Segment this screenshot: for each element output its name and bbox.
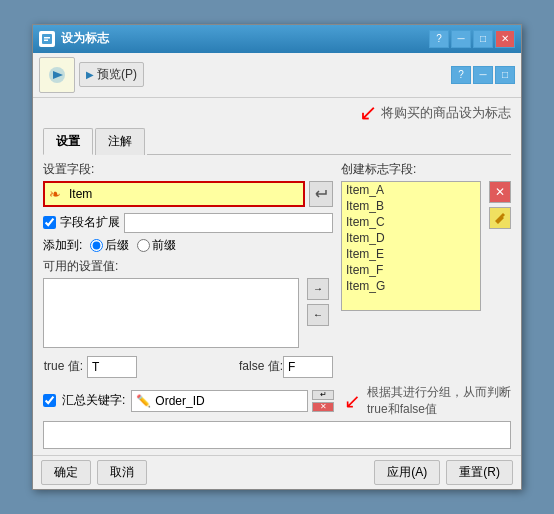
play-icon: ▶ [86,69,94,80]
annotation-top-text: 将购买的商品设为标志 [381,104,511,122]
false-input[interactable] [283,356,333,378]
title-controls: ? ─ □ ✕ [429,30,515,48]
expand-input[interactable] [124,213,333,233]
tab-bar: 设置 注解 [43,128,511,155]
preview-label: 预览(P) [97,66,137,83]
annotation-top-container: ↙ 将购买的商品设为标志 [43,104,511,126]
delete-button[interactable]: ✕ [489,181,511,203]
expand-checkbox[interactable] [43,216,56,229]
summary-checkbox[interactable] [43,394,56,407]
radio-suffix[interactable]: 后缀 [90,237,129,254]
apply-button[interactable]: 应用(A) [374,460,440,485]
false-label: false 值: [239,358,279,375]
content-area: ↙ 将购买的商品设为标志 设置 注解 设置字段: ❧ [33,98,521,456]
list-item[interactable]: Item_C [342,214,480,230]
side-buttons: ✕ [489,181,511,311]
right-panel-header: 创建标志字段: [341,161,511,181]
field-input-container: ❧ [43,181,305,207]
minimize-button[interactable]: ─ [451,30,471,48]
maximize-button[interactable]: □ [473,30,493,48]
available-list[interactable] [43,278,299,348]
summary-row: 汇总关键字: ✏️ Order_ID ↵ ✕ ↙ 根据其进行分组，从而判断tru… [43,384,511,418]
created-list-container: Item_AItem_BItem_CItem_DItem_EItem_FItem… [341,181,511,311]
list-item[interactable]: Item_F [342,262,480,278]
main-window: 设为标志 ? ─ □ ✕ ▶ 预览(P) ? ─ □ ↙ 将购买的商品设为标志 [32,24,522,491]
svg-rect-2 [44,39,48,41]
toolbar-right: ? ─ □ [451,66,515,84]
setup-field-label: 设置字段: [43,161,333,178]
value-row: true 值: false 值: [43,356,333,378]
svg-rect-1 [44,37,50,39]
left-panel: 设置字段: ❧ 字段名扩展 添加到: [43,161,333,378]
radio-prefix[interactable]: 前缀 [137,237,176,254]
add-to-row: 添加到: 后缀 前缀 [43,237,333,254]
true-label: true 值: [43,358,83,375]
tab-setup[interactable]: 设置 [43,128,93,155]
list-item[interactable]: Item_B [342,198,480,214]
list-item[interactable]: Item_G [342,278,480,294]
field-input-row: ❧ [43,181,333,207]
move-right-button[interactable]: → [307,278,329,300]
right-panel: 创建标志字段: Item_AItem_BItem_CItem_DItem_EIt… [341,161,511,378]
arrow-icon-bottom: ↙ [344,389,361,413]
ok-button[interactable]: 确定 [41,460,91,485]
move-left-button[interactable]: ← [307,304,329,326]
radio-group: 后缀 前缀 [90,237,176,254]
toolbar: ▶ 预览(P) ? ─ □ [33,53,521,98]
available-label: 可用的设置值: [43,258,333,275]
summary-input-box: ✏️ Order_ID [131,390,308,412]
main-content: 设置字段: ❧ 字段名扩展 添加到: [43,161,511,378]
toolbar-min-button[interactable]: ─ [473,66,493,84]
summary-label: 汇总关键字: [62,392,125,409]
field-input[interactable] [65,185,303,203]
list-item[interactable]: Item_E [342,246,480,262]
field-icon: ❧ [45,183,65,205]
false-value-container: false 值: [239,356,333,378]
summary-side-btns: ↵ ✕ [312,390,334,412]
tab-comment[interactable]: 注解 [95,128,145,155]
toolbar-help-button[interactable]: ? [451,66,471,84]
list-item[interactable]: Item_A [342,182,480,198]
summary-enter-btn[interactable]: ↵ [312,390,334,400]
list-item[interactable]: Item_D [342,230,480,246]
expand-label: 字段名扩展 [60,214,120,231]
svg-rect-0 [42,34,52,44]
annotation-bottom-text: 根据其进行分组，从而判断true和false值 [367,384,511,418]
toolbar-icon [39,57,75,93]
help-button[interactable]: ? [429,30,449,48]
arrow-buttons: → ← [303,278,333,326]
summary-input-container: ✏️ Order_ID ↵ ✕ [131,390,334,412]
summary-list-area[interactable] [43,421,511,449]
reset-button[interactable]: 重置(R) [446,460,513,485]
preview-button[interactable]: ▶ 预览(P) [79,62,144,87]
available-section: → ← [43,278,333,348]
toolbar-max-button[interactable]: □ [495,66,515,84]
create-field-label: 创建标志字段: [341,161,416,178]
bottom-bar: 确定 取消 应用(A) 重置(R) [33,455,521,489]
created-list[interactable]: Item_AItem_BItem_CItem_DItem_EItem_FItem… [341,181,481,311]
true-input[interactable] [87,356,137,378]
summary-section: 汇总关键字: ✏️ Order_ID ↵ ✕ ↙ 根据其进行分组，从而判断tru… [43,384,511,450]
window-icon [39,31,55,47]
title-bar-left: 设为标志 [39,30,109,47]
add-to-label: 添加到: [43,237,82,254]
close-button[interactable]: ✕ [495,30,515,48]
title-bar: 设为标志 ? ─ □ ✕ [33,25,521,53]
enter-button[interactable] [309,181,333,207]
edit-button[interactable] [489,207,511,229]
window-title: 设为标志 [61,30,109,47]
summary-item-text: Order_ID [155,394,204,408]
arrow-icon-top: ↙ [359,100,377,126]
cancel-button[interactable]: 取消 [97,460,147,485]
true-value-container: true 值: [43,356,137,378]
expand-checkbox-row: 字段名扩展 [43,213,333,233]
pencil-icon: ✏️ [136,394,151,408]
summary-delete-btn[interactable]: ✕ [312,402,334,412]
